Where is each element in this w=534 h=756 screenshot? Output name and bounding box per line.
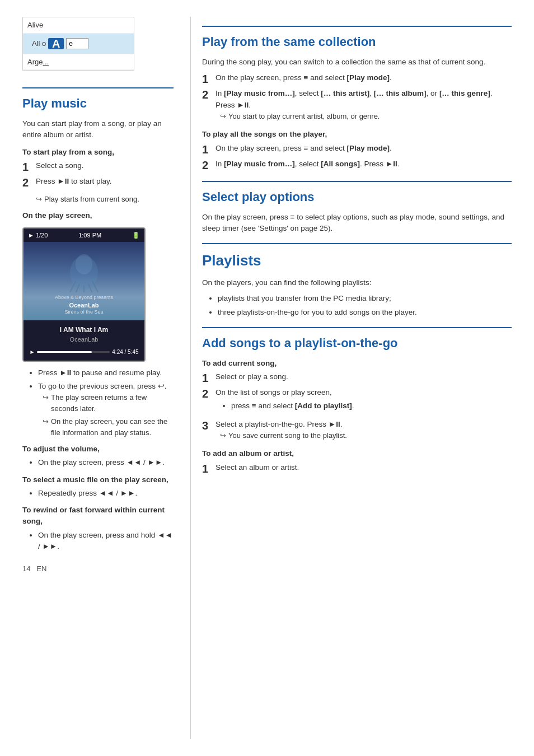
playlist-bullet-2: three playlists-on-the-go for you to add…: [218, 307, 512, 318]
divider-add-songs: [202, 327, 512, 328]
player-song-title: I AM What I Am: [28, 325, 140, 335]
tip-returns: The play screen returns a few seconds la…: [43, 392, 174, 414]
player-tips-list: Press ►II to pause and resume play. To g…: [38, 367, 174, 438]
player-screen: ► 1/20 1:09 PM 🔋 Above & Beyond pre: [22, 227, 146, 362]
letter-a-display: A: [48, 38, 64, 49]
player-play-icon: ►: [29, 348, 35, 356]
playlist-bullet-1: playlists that you transfer from the PC …: [218, 293, 512, 304]
divider-playlists: [202, 243, 512, 244]
player-bottom: I AM What I Am OceanLab ► 4:24 / 5:45: [24, 320, 144, 361]
add-current-label: To add current song,: [202, 358, 512, 369]
step2-arrow: Play starts from current song.: [36, 194, 174, 205]
play-same-collection-title: Play from the same collection: [202, 32, 512, 51]
select-play-options-title: Select play options: [202, 188, 512, 206]
section-divider-play-music: [22, 87, 174, 88]
rewind-tip: On the play screen, press and hold ◄◄ / …: [38, 530, 174, 553]
same-collection-step1: 1 On the play screen, press ≡ and select…: [202, 72, 512, 86]
autocomplete-input[interactable]: [66, 38, 88, 49]
player-top-bar: ► 1/20 1:09 PM 🔋: [24, 228, 144, 242]
start-play-label: To start play from a song,: [22, 147, 174, 158]
playlists-title: Playlists: [202, 250, 512, 272]
page: Alive All o A Arge... Play music You can…: [0, 0, 534, 756]
divider-same-collection: [202, 26, 512, 27]
autocomplete-item-alive[interactable]: Alive: [23, 17, 134, 34]
player-artist: OceanLab: [28, 335, 140, 344]
add-album-steps: 1 Select an album or artist.: [202, 462, 512, 475]
autocomplete-dropdown[interactable]: Alive All o A Arge...: [22, 17, 134, 71]
same-collection-arrow: You start to play current artist, album,…: [220, 111, 512, 122]
player-progress-time: 4:24 / 5:45: [112, 348, 138, 356]
same-collection-steps: 1 On the play screen, press ≡ and select…: [202, 72, 512, 123]
add-step2: 2 On the list of songs or play screen, p…: [202, 387, 512, 417]
play-music-intro: You can start play from a song, or play …: [22, 118, 174, 141]
play-screen-label: On the play screen,: [22, 210, 174, 221]
album-art-svg: [62, 248, 106, 292]
add-songs-title: Add songs to a playlist-on-the-go: [202, 334, 512, 352]
add-album-label: To add an album or artist,: [202, 448, 512, 459]
tip-previous-screen: To go to the previous screen, press ↩. T…: [38, 381, 174, 438]
start-play-steps: 1 Select a song. 2 Press ►II to start pl…: [22, 160, 174, 189]
step-1-select-song: 1 Select a song.: [22, 160, 174, 174]
add-step1: 1 Select or play a song.: [202, 371, 512, 385]
player-track-pos: ► 1/20: [28, 231, 48, 240]
select-music-label: To select a music file on the play scree…: [22, 474, 174, 486]
player-time: 1:09 PM: [78, 231, 101, 240]
all-songs-label: To play all the songs on the player,: [202, 129, 512, 140]
progress-fill: [37, 351, 92, 353]
all-songs-step1: 1 On the play screen, press ≡ and select…: [202, 143, 512, 156]
left-column: Alive All o A Arge... Play music You can…: [22, 17, 190, 739]
add-step3: 3 Select a playlist-on-the-go. Press ►II…: [202, 419, 512, 443]
progress-track: [37, 351, 110, 353]
album-label: Above & Beyond presents OceanLab Sirens …: [55, 295, 113, 316]
divider-select-play: [202, 181, 512, 182]
add-step3-arrow: You save current song to the playlist.: [220, 430, 512, 441]
step-2-press-play: 2 Press ►II to start play.: [22, 176, 174, 189]
playlists-intro: On the players, you can find the followi…: [202, 277, 512, 288]
select-music-tip: Repeatedly press ◄◄ / ►►.: [38, 488, 174, 499]
volume-label: To adjust the volume,: [22, 444, 174, 455]
add-current-steps: 1 Select or play a song. 2 On the list o…: [202, 371, 512, 442]
add-album-step1: 1 Select an album or artist.: [202, 462, 512, 475]
play-same-collection-intro: During the song play, you can switch to …: [202, 57, 512, 68]
all-songs-step2: 2 In [Play music from…], select [All son…: [202, 158, 512, 172]
rewind-label: To rewind or fast forward within current…: [22, 505, 174, 528]
svg-point-1: [76, 254, 92, 274]
autocomplete-item-a[interactable]: All o A: [23, 34, 134, 54]
player-battery-icon: 🔋: [132, 231, 140, 240]
select-play-options-text: On the play screen, press ≡ to select pl…: [202, 212, 512, 235]
page-number: 14 EN: [22, 563, 174, 575]
all-songs-steps: 1 On the play screen, press ≡ and select…: [202, 143, 512, 172]
player-progress-bar: ► 4:24 / 5:45: [28, 348, 140, 356]
same-collection-step2: 2 In [Play music from…], select [… this …: [202, 88, 512, 123]
tip-file-info: On the play screen, you can see the file…: [43, 416, 174, 438]
add-step2-bullet: press ≡ and select [Add to playlist].: [231, 400, 512, 412]
playlists-bullets: playlists that you transfer from the PC …: [218, 293, 512, 318]
tip-pause-resume: Press ►II to pause and resume play.: [38, 367, 174, 379]
player-album-art: Above & Beyond presents OceanLab Sirens …: [24, 242, 144, 320]
volume-tip: On the play screen, press ◄◄ / ►►.: [38, 457, 174, 468]
autocomplete-item-arge[interactable]: Arge...: [23, 54, 134, 71]
right-column: Play from the same collection During the…: [190, 17, 512, 739]
play-music-title: Play music: [22, 94, 174, 113]
